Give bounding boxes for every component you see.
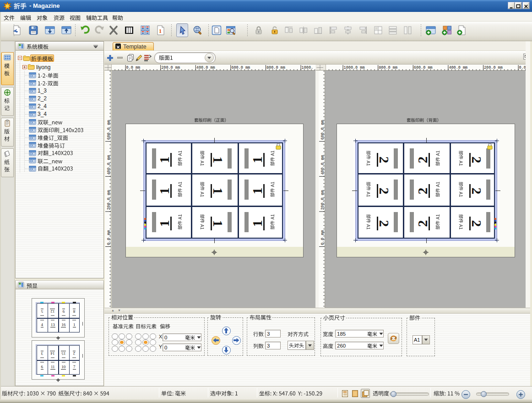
svg-text:1: 1 — [159, 27, 162, 34]
svg-text:200.0 mm: 200.0 mm — [320, 190, 325, 210]
svg-text:0.0: 0.0 — [519, 65, 526, 70]
svg-text:0.0 mm: 0.0 mm — [107, 230, 111, 245]
svg-text:200.0 mm: 200.0 mm — [161, 65, 180, 70]
svg-text:400.0 mm: 400.0 mm — [107, 155, 111, 175]
svg-text:0.0 mm: 0.0 mm — [126, 65, 141, 70]
svg-text:1000.0 mm: 1000.0 mm — [344, 65, 365, 70]
svg-text:0.0 mm: 0.0 mm — [320, 230, 325, 245]
svg-text:800.0 mm: 800.0 mm — [379, 65, 397, 70]
svg-text:600.0 mm: 600.0 mm — [414, 65, 433, 70]
svg-text:400.0 mm: 400.0 mm — [449, 65, 467, 70]
svg-text:200.0 mm: 200.0 mm — [484, 65, 503, 70]
svg-text:600.0 mm: 600.0 mm — [107, 120, 111, 140]
svg-text:400.0 mm: 400.0 mm — [320, 155, 325, 175]
svg-text:800.0 mm: 800.0 mm — [266, 65, 285, 70]
svg-text:600.0 mm: 600.0 mm — [231, 65, 250, 70]
svg-text:400.0 mm: 400.0 mm — [196, 65, 215, 70]
svg-text:200.0 mm: 200.0 mm — [107, 190, 111, 210]
svg-text:1000.: 1000. — [302, 65, 314, 70]
svg-text:600.0 mm: 600.0 mm — [320, 120, 325, 140]
